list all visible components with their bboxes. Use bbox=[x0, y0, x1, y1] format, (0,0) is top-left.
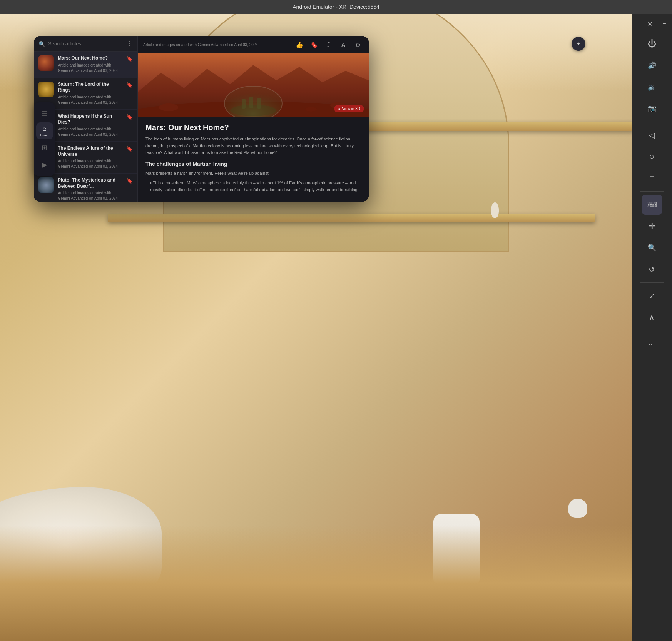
article-meta: Article and images created with Gemini A… bbox=[58, 95, 122, 105]
grid-nav-icon: ⊞ bbox=[42, 144, 47, 152]
right-toolbar: ✕ − ⏻ 🔊 🔉 📷 ◁ ○ □ ⌨ ✛ bbox=[632, 14, 672, 641]
article-info: Saturn: The Lord of the Rings Article an… bbox=[58, 82, 122, 105]
camera-button[interactable]: 📷 bbox=[642, 98, 662, 119]
zoom-search-button[interactable]: 🔍 bbox=[642, 238, 662, 258]
power-button[interactable]: ⏻ bbox=[642, 34, 662, 54]
home-button[interactable]: ○ bbox=[642, 147, 662, 167]
article-title: Mars: Our Next Home? bbox=[58, 55, 122, 62]
coffee-cup bbox=[568, 499, 587, 518]
recents-icon: □ bbox=[650, 174, 654, 182]
keyboard-button[interactable]: ⌨ bbox=[642, 195, 662, 215]
rotate-icon: ↺ bbox=[649, 265, 655, 274]
toolbar-divider-2 bbox=[640, 191, 664, 192]
article-meta: Article and images created with Gemini A… bbox=[58, 127, 122, 137]
toolbar-divider-1 bbox=[640, 122, 664, 122]
back-button[interactable]: ◁ bbox=[642, 125, 662, 145]
volume-down-button[interactable]: 🔉 bbox=[642, 77, 662, 97]
minimize-button[interactable]: − bbox=[659, 18, 670, 29]
volume-down-icon: 🔉 bbox=[648, 83, 656, 91]
path-button[interactable]: ∧ bbox=[642, 307, 662, 327]
nav-home[interactable]: ⌂ Home bbox=[36, 122, 53, 139]
path-icon: ∧ bbox=[649, 313, 655, 322]
bookmark-icon[interactable]: 🔖 bbox=[126, 114, 133, 120]
back-icon: ◁ bbox=[649, 130, 655, 140]
article-title: Pluto: The Mysterious and Beloved Dwarf.… bbox=[58, 177, 122, 189]
sidebar-menu-icon[interactable]: ⋮ bbox=[127, 40, 133, 47]
volume-up-icon: 🔊 bbox=[648, 61, 656, 70]
main-area: ☰ ⌂ Home ⊞ ▶ 🔍 ⋮ Mars: Our Ne bbox=[0, 14, 672, 641]
more-button[interactable]: ··· bbox=[642, 334, 662, 354]
left-nav: ☰ ⌂ Home ⊞ ▶ bbox=[34, 102, 55, 176]
title-bar-text: Android Emulator - XR_Device:5554 bbox=[293, 4, 379, 10]
power-icon: ⏻ bbox=[648, 39, 656, 49]
camera-icon: 📷 bbox=[648, 104, 656, 113]
panel-icon: ☰ bbox=[42, 110, 48, 118]
media-nav-icon: ▶ bbox=[42, 160, 47, 169]
article-item[interactable]: Pluto: The Mysterious and Beloved Dwarf.… bbox=[34, 174, 137, 202]
article-meta: Article and images created with Gemini A… bbox=[58, 63, 122, 73]
app-toolbar: Article and images created with Gemini A… bbox=[138, 36, 369, 53]
rotate-button[interactable]: ↺ bbox=[642, 259, 662, 279]
article-info: Mars: Our Next Home? Article and images … bbox=[58, 55, 122, 73]
article-title: The Endless Allure of the Universe bbox=[58, 145, 122, 157]
keyboard-icon: ⌨ bbox=[646, 200, 657, 209]
shrink-button[interactable]: ⤢ bbox=[642, 286, 662, 306]
toolbar-actions: 👍 🔖 ⤴ A ⚙ bbox=[294, 39, 363, 50]
settings-button[interactable]: ⚙ bbox=[353, 39, 363, 50]
fab-button[interactable]: ✦ bbox=[572, 37, 585, 51]
bookmark-icon[interactable]: 🔖 bbox=[126, 55, 133, 62]
article-info: Pluto: The Mysterious and Beloved Dwarf.… bbox=[58, 177, 122, 201]
app-window: 🔍 ⋮ Mars: Our Next Home? Article and ima… bbox=[34, 36, 369, 202]
like-button[interactable]: 👍 bbox=[294, 39, 305, 50]
view-3d-label: View in 3D bbox=[342, 107, 360, 111]
sidebar-search-bar: 🔍 ⋮ bbox=[34, 36, 137, 52]
article-title: Saturn: The Lord of the Rings bbox=[58, 82, 122, 93]
article-item[interactable]: Mars: Our Next Home? Article and images … bbox=[34, 52, 137, 78]
volume-up-button[interactable]: 🔊 bbox=[642, 55, 662, 75]
search-icon: 🔍 bbox=[38, 41, 45, 47]
zoom-search-icon: 🔍 bbox=[648, 244, 656, 252]
bookmark-icon[interactable]: 🔖 bbox=[126, 82, 133, 88]
article-challenges-intro: Mars presents a harsh environment. Here'… bbox=[145, 170, 361, 177]
article-intro-text: The idea of humans living on Mars has ca… bbox=[145, 136, 361, 156]
article-thumb-pluto bbox=[38, 177, 54, 193]
app-main: Article and images created with Gemini A… bbox=[138, 36, 369, 202]
home-nav-label: Home bbox=[40, 134, 48, 137]
bookmark-icon[interactable]: 🔖 bbox=[126, 177, 133, 184]
nav-media[interactable]: ▶ bbox=[36, 156, 53, 173]
article-meta: Article and images created with Gemini A… bbox=[58, 190, 122, 201]
article-thumb-mars bbox=[38, 55, 54, 71]
recents-button[interactable]: □ bbox=[642, 168, 662, 188]
article-content: Mars: Our Next Home? The idea of humans … bbox=[138, 117, 369, 202]
room-shelf-bottom bbox=[108, 214, 595, 222]
search-input[interactable] bbox=[48, 41, 124, 47]
fab-icon: ✦ bbox=[576, 41, 581, 47]
nav-panel[interactable]: ☰ bbox=[36, 105, 53, 122]
view-3d-button[interactable]: ● View in 3D bbox=[334, 105, 364, 112]
vase bbox=[491, 202, 499, 218]
more-icon: ··· bbox=[648, 340, 655, 348]
toolbar-divider-3 bbox=[640, 282, 664, 283]
article-bullet-1: • Thin atmosphere: Mars' atmosphere is i… bbox=[145, 180, 361, 193]
article-section-heading: The challenges of Martian living bbox=[145, 161, 361, 167]
article-hero-image: ● View in 3D bbox=[138, 53, 369, 117]
move-button[interactable]: ✛ bbox=[642, 216, 662, 236]
bookmark-icon[interactable]: 🔖 bbox=[126, 145, 133, 152]
home-nav-icon: ⌂ bbox=[42, 125, 47, 133]
article-title: What Happens if the Sun Dies? bbox=[58, 114, 122, 125]
close-button[interactable]: ✕ bbox=[644, 18, 655, 29]
shrink-icon: ⤢ bbox=[649, 292, 655, 300]
bookmark-button[interactable]: 🔖 bbox=[309, 39, 319, 50]
view-3d-icon: ● bbox=[338, 107, 340, 111]
article-info: What Happens if the Sun Dies? Article an… bbox=[58, 114, 122, 137]
text-button[interactable]: A bbox=[338, 39, 349, 50]
home-icon: ○ bbox=[649, 152, 654, 162]
article-thumb-saturn bbox=[38, 82, 54, 97]
toolbar-divider-4 bbox=[640, 331, 664, 331]
article-info: The Endless Allure of the Universe Artic… bbox=[58, 145, 122, 169]
nav-grid[interactable]: ⊞ bbox=[36, 139, 53, 156]
move-icon: ✛ bbox=[649, 221, 655, 231]
article-meta: Article and images created with Gemini A… bbox=[58, 159, 122, 169]
share-button[interactable]: ⤴ bbox=[323, 39, 334, 50]
room-floor bbox=[0, 526, 672, 641]
